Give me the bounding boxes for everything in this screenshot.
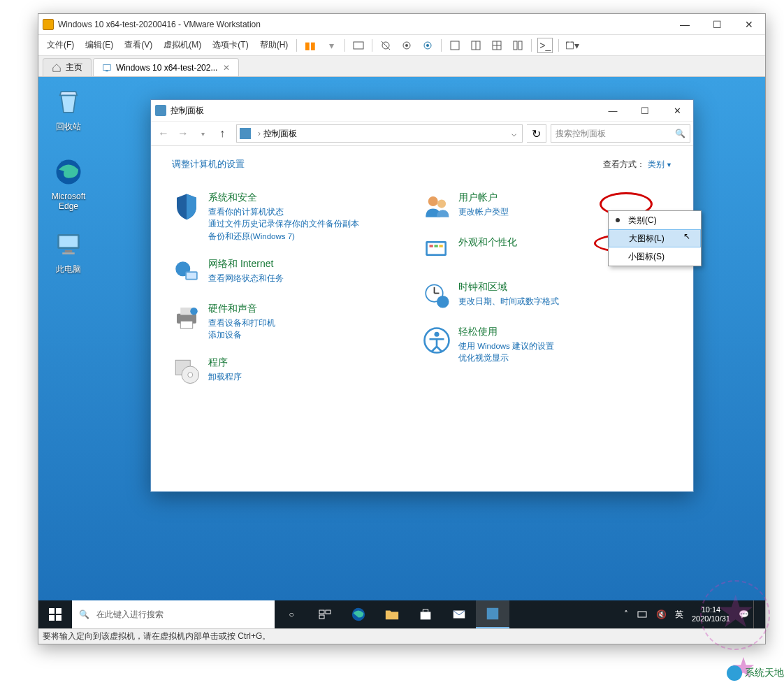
view-by-value: 类别 bbox=[648, 159, 665, 169]
tray-clock[interactable]: 10:14 2020/10/31 bbox=[688, 600, 734, 628]
taskbar-search-input[interactable]: 🔍 在此键入进行搜索 bbox=[72, 600, 275, 628]
clock-globe-icon bbox=[422, 281, 451, 310]
start-button[interactable] bbox=[38, 600, 72, 628]
menu-tabs[interactable]: 选项卡(T) bbox=[207, 37, 254, 53]
tray-volume-icon[interactable]: 🔇 bbox=[652, 600, 671, 628]
view-single-icon[interactable] bbox=[447, 38, 463, 53]
snapshot-icon[interactable] bbox=[378, 38, 393, 53]
cp-search-input[interactable]: 搜索控制面板 🔍 bbox=[551, 124, 690, 143]
menu-view[interactable]: 查看(V) bbox=[119, 37, 158, 53]
category-link[interactable]: 查看网络状态和任务 bbox=[208, 273, 284, 284]
taskbar-edge[interactable] bbox=[342, 600, 375, 628]
taskbar-mail[interactable] bbox=[442, 600, 476, 628]
tray-notifications-icon[interactable]: 💬 bbox=[734, 600, 753, 628]
taskbar-explorer[interactable] bbox=[375, 600, 409, 628]
show-desktop-button[interactable] bbox=[753, 600, 762, 628]
category-title: 轻松使用 bbox=[458, 326, 554, 338]
guest-desktop[interactable]: 回收站 Microsoft Edge 此电脑 控制面板 — ☐ ✕ ← → ▾ bbox=[38, 77, 765, 628]
category-link[interactable]: 更改帐户类型 bbox=[458, 206, 509, 218]
menu-edit[interactable]: 编辑(E) bbox=[80, 37, 119, 53]
category-system-security[interactable]: 系统和安全 查看你的计算机状态 通过文件历史记录保存你的文件备份副本 备份和还原… bbox=[172, 192, 422, 243]
menu-file[interactable]: 文件(F) bbox=[41, 37, 80, 53]
desktop-icon-label: 回收站 bbox=[43, 121, 94, 133]
svg-rect-49 bbox=[56, 615, 61, 621]
task-view-icon bbox=[319, 608, 331, 621]
taskbar-control-panel[interactable] bbox=[476, 600, 509, 628]
send-ctrl-alt-del-icon[interactable] bbox=[351, 38, 366, 53]
desktop-icon-recycle-bin[interactable]: 回收站 bbox=[43, 87, 94, 133]
menu-vm[interactable]: 虚拟机(M) bbox=[158, 37, 207, 53]
view-by-dropdown[interactable]: 类别▼ bbox=[648, 159, 672, 171]
category-link[interactable]: 添加设备 bbox=[208, 329, 275, 341]
category-title: 系统和安全 bbox=[208, 192, 359, 204]
desktop-icon-this-pc[interactable]: 此电脑 bbox=[43, 229, 94, 275]
category-title: 网络和 Internet bbox=[208, 258, 284, 271]
computer-icon bbox=[54, 229, 83, 259]
store-icon bbox=[418, 607, 433, 622]
category-link[interactable]: 查看你的计算机状态 bbox=[208, 206, 359, 218]
cp-maximize-button[interactable]: ☐ bbox=[629, 100, 661, 121]
tray-network-icon[interactable] bbox=[632, 600, 652, 628]
control-panel-title: 控制面板 bbox=[170, 105, 204, 117]
category-hardware-sound[interactable]: 硬件和声音 查看设备和打印机 添加设备 bbox=[172, 303, 422, 342]
tray-up-icon[interactable]: ˄ bbox=[620, 600, 632, 628]
view-grid-icon[interactable] bbox=[489, 38, 504, 53]
nav-back-button[interactable]: ← bbox=[154, 124, 173, 143]
vmware-menubar: 文件(F) 编辑(E) 查看(V) 虚拟机(M) 选项卡(T) 帮助(H) ▮▮… bbox=[38, 35, 765, 56]
svg-rect-13 bbox=[514, 41, 517, 50]
cortana-button[interactable]: ○ bbox=[275, 600, 308, 628]
category-link[interactable]: 查看设备和打印机 bbox=[208, 317, 275, 329]
svg-rect-21 bbox=[65, 250, 73, 253]
menu-help[interactable]: 帮助(H) bbox=[254, 37, 294, 53]
tab-home[interactable]: 主页 bbox=[43, 58, 92, 76]
svg-rect-48 bbox=[49, 615, 55, 621]
view-by-option-small-icons[interactable]: 小图标(S) bbox=[609, 247, 701, 266]
category-grid: 系统和安全 查看你的计算机状态 通过文件历史记录保存你的文件备份副本 备份和还原… bbox=[172, 192, 672, 401]
view-by-option-category[interactable]: 类别(C) bbox=[609, 211, 701, 229]
category-title: 外观和个性化 bbox=[458, 236, 517, 249]
pause-icon[interactable]: ▮▮ bbox=[303, 38, 318, 53]
category-network[interactable]: 网络和 Internet 查看网络状态和任务 bbox=[172, 258, 422, 287]
category-link[interactable]: 通过文件历史记录保存你的文件备份副本 bbox=[208, 218, 359, 230]
fullscreen-icon[interactable]: ▾ bbox=[565, 38, 580, 53]
view-by-option-large-icons[interactable]: 大图标(L) ↖ bbox=[609, 229, 701, 247]
tray-ime[interactable]: 英 bbox=[671, 600, 688, 628]
tab-vm-label: Windows 10 x64-test-202... bbox=[116, 63, 217, 73]
nav-forward-button[interactable]: → bbox=[173, 124, 193, 143]
category-programs[interactable]: 程序 卸载程序 bbox=[172, 356, 422, 386]
task-view-button[interactable] bbox=[308, 600, 342, 628]
category-link[interactable]: 使用 Windows 建议的设置 bbox=[458, 340, 554, 352]
nav-up-button[interactable]: ↑ bbox=[212, 124, 232, 143]
option-label: 类别(C) bbox=[628, 215, 657, 226]
view-split-icon[interactable] bbox=[468, 38, 484, 53]
view-custom-icon[interactable] bbox=[510, 38, 525, 53]
nav-history-button[interactable]: ▾ bbox=[193, 124, 212, 143]
category-link[interactable]: 卸载程序 bbox=[208, 371, 242, 383]
category-clock-region[interactable]: 时钟和区域 更改日期、时间或数字格式 bbox=[422, 281, 672, 310]
stop-icon[interactable]: ▾ bbox=[324, 38, 339, 53]
category-title: 硬件和声音 bbox=[208, 303, 275, 315]
watermark-icon bbox=[727, 665, 742, 681]
address-dropdown-icon[interactable]: ⌵ bbox=[509, 129, 519, 138]
refresh-button[interactable]: ↻ bbox=[527, 124, 546, 143]
tab-close-icon[interactable]: ✕ bbox=[223, 63, 230, 73]
address-bar[interactable]: › 控制面板 ⌵ bbox=[236, 124, 523, 143]
maximize-button[interactable]: ☐ bbox=[701, 14, 733, 34]
revert-icon[interactable] bbox=[420, 38, 435, 53]
category-link[interactable]: 备份和还原(Windows 7) bbox=[208, 231, 359, 243]
category-ease-of-access[interactable]: 轻松使用 使用 Windows 建议的设置 优化视觉显示 bbox=[422, 326, 672, 365]
tab-vm[interactable]: Windows 10 x64-test-202... ✕ bbox=[93, 58, 239, 76]
category-link[interactable]: 优化视觉显示 bbox=[458, 352, 554, 364]
cp-close-button[interactable]: ✕ bbox=[661, 100, 693, 121]
snapshot-manager-icon[interactable] bbox=[399, 38, 414, 53]
console-icon[interactable]: >_ bbox=[537, 38, 553, 53]
svg-rect-57 bbox=[638, 612, 646, 617]
folder-icon bbox=[384, 607, 400, 622]
category-link[interactable]: 更改日期、时间或数字格式 bbox=[458, 296, 559, 308]
taskbar-store[interactable] bbox=[409, 600, 442, 628]
desktop-icon-edge[interactable]: Microsoft Edge bbox=[43, 157, 94, 211]
minimize-button[interactable]: — bbox=[669, 14, 701, 34]
close-button[interactable]: ✕ bbox=[733, 14, 765, 34]
category-title: 时钟和区域 bbox=[458, 281, 559, 294]
cp-minimize-button[interactable]: — bbox=[597, 100, 629, 121]
